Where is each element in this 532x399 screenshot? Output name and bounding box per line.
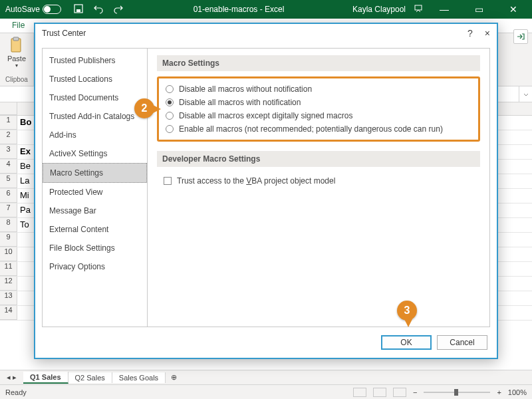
help-button[interactable]: ?: [467, 28, 473, 39]
radio-label: Disable all macros with notification: [179, 98, 301, 107]
macro-settings-radiogroup: Disable all macros without notification …: [157, 76, 480, 142]
close-button[interactable]: ×: [485, 28, 490, 39]
trust-center-dialog: Trust Center ? × Trusted Publishers Trus…: [34, 23, 498, 359]
radio-disable-with-notification[interactable]: Disable all macros with notification: [166, 96, 471, 109]
radio-disable-no-notification[interactable]: Disable all macros without notification: [166, 82, 471, 96]
checkbox-label: Trust access to the VBA project object m…: [177, 176, 335, 186]
radio-icon: [166, 85, 174, 93]
radio-icon: [166, 125, 174, 133]
dialog-title: Trust Center: [42, 29, 86, 38]
section-macro-settings: Macro Settings: [157, 55, 480, 71]
sidebar-item-activex-settings[interactable]: ActiveX Settings: [43, 144, 147, 163]
sidebar-item-privacy-options[interactable]: Privacy Options: [43, 257, 147, 276]
callout-step-3: 3: [397, 301, 417, 321]
cancel-button[interactable]: Cancel: [437, 335, 487, 350]
dialog-titlebar: Trust Center ? ×: [35, 24, 497, 43]
sidebar-item-external-content[interactable]: External Content: [43, 220, 147, 239]
radio-label: Disable all macros except digitally sign…: [179, 111, 352, 120]
sidebar-item-macro-settings[interactable]: Macro Settings: [43, 163, 147, 183]
radio-icon: [166, 112, 174, 120]
sidebar-item-message-bar[interactable]: Message Bar: [43, 201, 147, 220]
radio-disable-except-signed[interactable]: Disable all macros except digitally sign…: [166, 109, 471, 122]
ok-button[interactable]: OK: [381, 335, 432, 350]
sidebar-item-protected-view[interactable]: Protected View: [43, 183, 147, 201]
dialog-sidebar: Trusted Publishers Trusted Locations Tru…: [43, 49, 148, 327]
checkbox-icon: [164, 177, 172, 185]
sidebar-item-trusted-locations[interactable]: Trusted Locations: [43, 70, 147, 88]
sidebar-item-trusted-addin-catalogs[interactable]: Trusted Add-in Catalogs: [43, 107, 147, 126]
sidebar-item-file-block-settings[interactable]: File Block Settings: [43, 239, 147, 257]
sidebar-item-addins[interactable]: Add-ins: [43, 126, 147, 144]
section-developer-macro-settings: Developer Macro Settings: [157, 151, 480, 167]
radio-icon: [166, 98, 174, 106]
radio-label: Enable all macros (not recommended; pote…: [179, 124, 443, 134]
radio-label: Disable all macros without notification: [179, 84, 312, 94]
modal-overlay: Trust Center ? × Trusted Publishers Trus…: [0, 0, 532, 399]
sidebar-item-trusted-publishers[interactable]: Trusted Publishers: [43, 51, 147, 70]
callout-step-2: 2: [134, 98, 154, 118]
checkbox-trust-vba[interactable]: Trust access to the VBA project object m…: [157, 172, 480, 190]
sidebar-item-trusted-documents[interactable]: Trusted Documents: [43, 88, 147, 107]
radio-enable-all[interactable]: Enable all macros (not recommended; pote…: [166, 122, 471, 136]
dialog-main: Macro Settings Disable all macros withou…: [148, 49, 489, 327]
